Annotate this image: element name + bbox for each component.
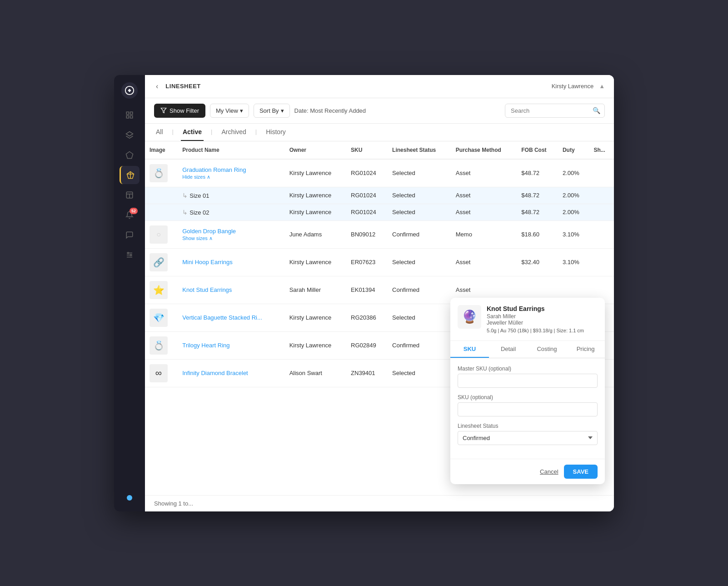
svg-marker-18 <box>161 108 166 113</box>
sku-cell: EK01394 <box>346 276 388 304</box>
sort-by-button[interactable]: Sort By ▾ <box>254 104 290 118</box>
sidebar: 52 <box>114 75 145 511</box>
product-name-cell: Trilogy Heart Ring <box>178 331 284 359</box>
col-image: Image <box>145 141 178 159</box>
tab-all[interactable]: All <box>154 124 165 141</box>
purchase-method-cell: Asset <box>451 187 517 204</box>
sku-cell: RG02849 <box>346 331 388 359</box>
back-button[interactable]: ‹ <box>154 80 160 92</box>
tab-archived[interactable]: Archived <box>219 124 248 141</box>
product-name-cell: Graduation Roman Ring Hide sizes ∧ <box>178 159 284 187</box>
size-name-cell: ↳Size 02 <box>178 204 284 220</box>
product-image-cell: 🔗 <box>145 248 178 276</box>
svg-marker-5 <box>126 131 133 136</box>
sh-cell <box>589 187 614 204</box>
sidebar-item-dashboard[interactable] <box>120 106 140 124</box>
linesheet-status-cell: Confirmed <box>388 331 451 359</box>
my-view-button[interactable]: My View ▾ <box>210 104 249 118</box>
owner-cell: June Adams <box>285 220 346 248</box>
product-image: ⭐ <box>150 281 168 299</box>
tab-active[interactable]: Active <box>181 124 204 141</box>
sku-input[interactable] <box>458 402 598 416</box>
table-row: ↳Size 02 Kirsty Lawrence RG01024 Selecte… <box>145 204 614 220</box>
sh-cell <box>589 204 614 220</box>
owner-cell: Kirsty Lawrence <box>285 331 346 359</box>
linesheet-status-select[interactable]: Confirmed Selected Archived <box>458 431 598 445</box>
product-image: 💎 <box>150 309 168 327</box>
owner-cell: Alison Swart <box>285 359 346 387</box>
popup-product-name: Knot Stud Earrings <box>487 305 598 312</box>
product-name-link[interactable]: Golden Drop Bangle <box>182 228 236 235</box>
notification-badge: 52 <box>130 208 138 214</box>
linesheet-status-cell: Selected <box>388 359 451 387</box>
fob-cost-cell: $18.60 <box>517 220 558 248</box>
product-name-link[interactable]: Mini Hoop Earrings <box>182 259 233 265</box>
popup-tab-pricing[interactable]: Pricing <box>566 341 605 358</box>
save-button[interactable]: SAVE <box>564 465 598 479</box>
sidebar-item-layers[interactable] <box>120 126 140 144</box>
duty-cell: 2.00% <box>558 187 589 204</box>
owner-cell: Kirsty Lawrence <box>285 159 346 187</box>
search-input[interactable] <box>505 104 605 118</box>
product-name-link[interactable]: Infinity Diamond Bracelet <box>182 370 248 376</box>
popup-tab-detail[interactable]: Detail <box>489 341 528 358</box>
product-image: ∞ <box>150 364 168 382</box>
sh-cell <box>589 248 614 276</box>
sidebar-item-settings[interactable] <box>120 246 140 264</box>
col-owner: Owner <box>285 141 346 159</box>
sidebar-status-dot <box>127 495 132 501</box>
sort-dropdown-arrow-icon: ▾ <box>281 107 284 114</box>
sku-group: SKU (optional) <box>458 394 598 416</box>
product-name-link[interactable]: Trilogy Heart Ring <box>182 342 229 349</box>
col-sh: Sh... <box>589 141 614 159</box>
duty-cell: 3.10% <box>558 248 589 276</box>
sidebar-item-linesheet[interactable] <box>120 166 140 184</box>
popup-owner: Sarah Miller <box>487 313 598 320</box>
linesheet-status-cell: Selected <box>388 248 451 276</box>
tab-history[interactable]: History <box>264 124 288 141</box>
popup-tab-sku[interactable]: SKU <box>450 341 489 358</box>
popup-jeweller: Jeweller Müller <box>487 320 598 326</box>
filter-icon <box>160 107 167 114</box>
cancel-button[interactable]: Cancel <box>540 468 558 475</box>
product-name-link[interactable]: Vertical Baguette Stacked Ri... <box>182 314 262 321</box>
popup-tabs: SKU Detail Costing Pricing <box>450 341 605 358</box>
header-collapse-icon[interactable]: ▲ <box>599 83 605 90</box>
linesheet-status-cell: Confirmed <box>388 276 451 304</box>
linesheet-status-cell: Selected <box>388 204 451 220</box>
fob-cost-cell: $48.72 <box>517 159 558 187</box>
popup-header: 🔮 Knot Stud Earrings Sarah Miller Jewell… <box>450 298 605 341</box>
product-image: 💍 <box>150 164 168 182</box>
sidebar-item-messages[interactable] <box>120 226 140 244</box>
sku-cell: RG01024 <box>346 204 388 220</box>
purchase-method-cell: Asset <box>451 159 517 187</box>
product-name-link[interactable]: Graduation Roman Ring <box>182 166 246 173</box>
show-sizes-link[interactable]: Show sizes ∧ <box>182 235 213 241</box>
product-image: 🔗 <box>150 253 168 271</box>
master-sku-label: Master SKU (optional) <box>458 366 598 372</box>
product-name-link[interactable]: Knot Stud Earrings <box>182 286 232 293</box>
owner-cell: Sarah Miller <box>285 276 346 304</box>
master-sku-input[interactable] <box>458 374 598 388</box>
linesheet-status-label: Linesheet Status <box>458 423 598 429</box>
fob-cost-cell: $48.72 <box>517 204 558 220</box>
duty-cell: 3.10% <box>558 220 589 248</box>
sku-cell: RG01024 <box>346 159 388 187</box>
duty-cell: 2.00% <box>558 159 589 187</box>
purchase-method-cell: Asset <box>451 204 517 220</box>
show-filter-button[interactable]: Show Filter <box>154 104 205 118</box>
sidebar-item-gem[interactable] <box>120 146 140 164</box>
table-row: ↳Size 01 Kirsty Lawrence RG01024 Selecte… <box>145 187 614 204</box>
sidebar-item-notifications[interactable]: 52 <box>120 206 140 224</box>
size-indent-icon: ↳ <box>182 192 188 199</box>
svg-rect-1 <box>126 112 129 114</box>
page-title: LINESHEET <box>165 83 546 90</box>
product-image-cell: 💎 <box>145 304 178 331</box>
purchase-method-cell: Memo <box>451 220 517 248</box>
hide-sizes-link[interactable]: Hide sizes ∧ <box>182 174 210 180</box>
popup-body: Master SKU (optional) SKU (optional) Lin… <box>450 358 605 459</box>
sidebar-logo <box>121 82 138 99</box>
popup-tab-costing[interactable]: Costing <box>528 341 566 358</box>
sidebar-item-table[interactable] <box>120 186 140 204</box>
duty-cell: 2.00% <box>558 204 589 220</box>
